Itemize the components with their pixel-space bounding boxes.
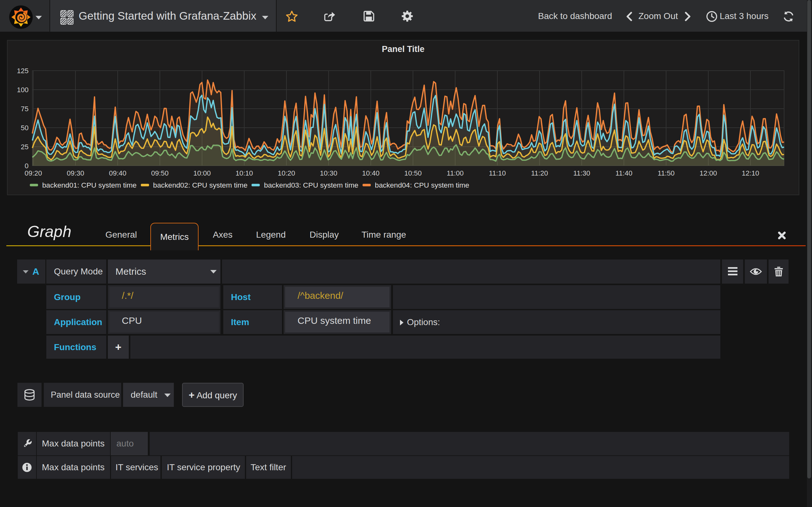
svg-text:12:00: 12:00 [699, 169, 717, 177]
svg-text:11:50: 11:50 [658, 169, 674, 177]
svg-text:09:20: 09:20 [24, 169, 42, 177]
svg-text:10:00: 10:00 [193, 169, 211, 177]
svg-text:10:50: 10:50 [404, 169, 421, 177]
svg-text:50: 50 [21, 124, 29, 132]
svg-text:11:00: 11:00 [447, 169, 463, 177]
svg-text:11:10: 11:10 [489, 169, 506, 177]
svg-text:10:10: 10:10 [235, 169, 253, 177]
svg-text:11:20: 11:20 [531, 169, 548, 177]
svg-text:10:40: 10:40 [362, 169, 379, 177]
svg-text:11:30: 11:30 [573, 169, 590, 177]
svg-text:10:30: 10:30 [320, 169, 337, 177]
svg-text:11:40: 11:40 [615, 169, 632, 177]
svg-text:09:50: 09:50 [151, 169, 168, 177]
svg-text:10:20: 10:20 [277, 169, 295, 177]
svg-text:12:10: 12:10 [742, 169, 759, 177]
svg-text:25: 25 [21, 143, 29, 151]
svg-text:09:30: 09:30 [67, 169, 84, 177]
svg-text:100: 100 [17, 86, 29, 94]
svg-text:09:40: 09:40 [109, 169, 126, 177]
svg-text:125: 125 [17, 67, 29, 75]
svg-text:0: 0 [25, 162, 29, 170]
svg-text:75: 75 [21, 105, 29, 113]
